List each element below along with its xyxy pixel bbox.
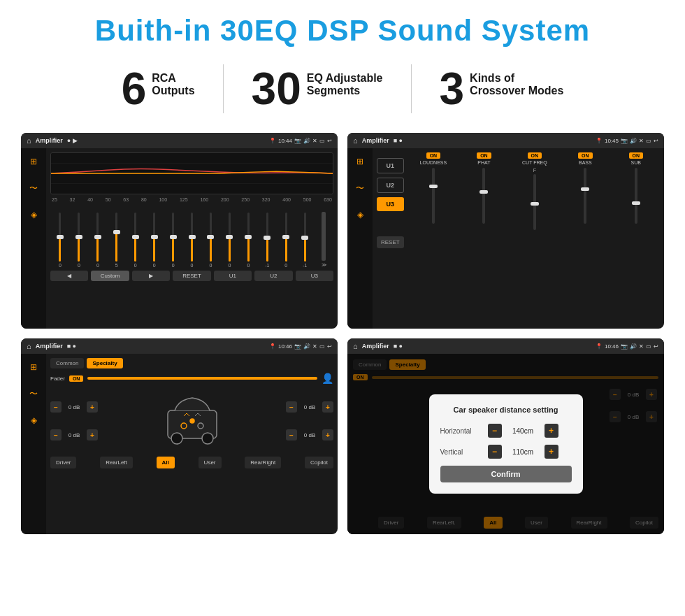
eq-location-icon: 📍 [269, 138, 276, 144]
speaker-sliders-icon[interactable]: ⊞ [26, 359, 41, 375]
vertical-plus-btn[interactable]: + [545, 445, 558, 459]
preset-u3[interactable]: U3 [377, 197, 404, 211]
preset-u2[interactable]: U2 [377, 178, 404, 193]
distance-wifi-icon: ✕ [639, 343, 644, 350]
speaker-back-icon[interactable]: ↩ [327, 343, 332, 350]
db-value-4: 0 dB [300, 432, 319, 438]
eq-slider-13[interactable]: 0 [277, 213, 294, 268]
eq-slider-10[interactable]: 0 [221, 213, 238, 268]
btn-rearright[interactable]: RearRight [245, 457, 281, 468]
sub-slider[interactable] [635, 168, 637, 224]
param-loudness: ON LOUDNESS [410, 152, 457, 324]
eq-slider-8[interactable]: 0 [184, 213, 201, 268]
fader-on-badge[interactable]: ON [69, 375, 84, 382]
loudness-on-badge[interactable]: ON [426, 152, 441, 159]
home-icon[interactable]: ⌂ [27, 136, 31, 145]
db-minus-2[interactable]: − [50, 429, 62, 440]
eq-prev-btn[interactable]: ◀ [50, 271, 88, 281]
fader-slider[interactable] [87, 377, 317, 380]
eq-slider-4[interactable]: 5 [108, 213, 125, 268]
db-plus-2[interactable]: + [87, 429, 98, 440]
speaker-diagram-area: − 0 dB + − 0 dB + [50, 389, 333, 452]
eq-wave-icon[interactable]: 〜 [26, 180, 41, 196]
eq-slider-9[interactable]: 0 [203, 213, 219, 268]
btn-copilot[interactable]: Copilot [305, 457, 333, 468]
stat-crossover: 3 Kinds of Crossover Modes [412, 66, 592, 111]
eq-play-btn[interactable]: ▶ [132, 271, 170, 281]
phat-on-badge[interactable]: ON [477, 152, 491, 159]
crossover-speaker-icon[interactable]: ◈ [352, 207, 368, 222]
eq-u1-btn[interactable]: U1 [214, 271, 252, 281]
sub-on-badge[interactable]: ON [629, 152, 644, 159]
btn-driver[interactable]: Driver [50, 457, 76, 468]
cutfreq-slider[interactable] [533, 174, 536, 230]
phat-slider[interactable] [482, 168, 485, 224]
bass-on-badge[interactable]: ON [578, 152, 593, 159]
eq-content: ⊞ 〜 ◈ [21, 148, 338, 329]
eq-slider-2[interactable]: 0 [71, 213, 87, 268]
btn-user[interactable]: User [199, 457, 222, 468]
eq-slider-11[interactable]: 0 [240, 213, 257, 268]
speaker-home-icon[interactable]: ⌂ [27, 342, 31, 350]
horizontal-minus-btn[interactable]: − [488, 424, 502, 438]
speaker-spk-icon[interactable]: ◈ [26, 413, 41, 428]
eq-slider-7[interactable]: 0 [165, 213, 182, 268]
db-minus-1[interactable]: − [50, 401, 62, 413]
eq-wifi-icon: ✕ [312, 138, 317, 144]
horizontal-plus-btn[interactable]: + [545, 424, 558, 438]
db-plus-4[interactable]: + [322, 429, 333, 440]
loudness-slider[interactable] [432, 168, 435, 224]
eq-back-icon[interactable]: ↩ [327, 138, 332, 144]
speaker-wave-icon[interactable]: 〜 [26, 386, 41, 401]
crossover-sliders-icon[interactable]: ⊞ [352, 154, 368, 169]
distance-dots: ■ ● [394, 343, 403, 350]
confirm-button[interactable]: Confirm [440, 466, 572, 482]
tab-common[interactable]: Common [50, 358, 84, 368]
eq-slider-6[interactable]: 0 [146, 213, 163, 268]
db-row-4: − 0 dB + [286, 429, 333, 440]
distance-camera-icon: 📷 [621, 343, 628, 350]
distance-back-icon[interactable]: ↩ [654, 343, 658, 350]
dialog-title: Car speaker distance setting [440, 406, 572, 414]
cutfreq-on-badge[interactable]: ON [528, 152, 542, 159]
eq-u2-btn[interactable]: U2 [254, 271, 292, 281]
db-plus-3[interactable]: + [322, 401, 333, 413]
eq-sliders-icon[interactable]: ⊞ [26, 154, 41, 169]
preset-u1[interactable]: U1 [377, 158, 404, 173]
crossover-status-icons: 📍 10:45 📷 🔊 ✕ ▭ ↩ [596, 138, 658, 144]
eq-speaker-icon[interactable]: ◈ [26, 207, 41, 222]
btn-all[interactable]: All [157, 457, 175, 468]
stat-rca: 6 RCA Outputs [94, 66, 223, 111]
phat-label: PHAT [477, 160, 490, 165]
param-cutfreq: ON CUT FREQ F [511, 152, 558, 324]
db-plus-1[interactable]: + [87, 401, 98, 413]
eq-slider-14[interactable]: -1 [296, 213, 313, 268]
eq-slider-5[interactable]: 0 [127, 213, 144, 268]
eq-slider-3[interactable]: 0 [89, 213, 106, 268]
eq-custom-btn[interactable]: Custom [91, 271, 129, 281]
crossover-reset-btn[interactable]: RESET [377, 236, 404, 248]
crossover-back-icon[interactable]: ↩ [654, 138, 658, 144]
crossover-dots: ■ ● [394, 137, 403, 144]
stat-number-crossover: 3 [440, 66, 465, 111]
btn-rearleft[interactable]: RearLeft [100, 457, 133, 468]
tab-specialty[interactable]: Specialty [87, 358, 122, 368]
distance-home-icon[interactable]: ⌂ [353, 342, 358, 350]
distance-volume-icon: 🔊 [630, 343, 637, 350]
db-minus-3[interactable]: − [286, 401, 297, 413]
crossover-wave-icon[interactable]: 〜 [352, 180, 368, 196]
speaker-app-name: Amplifier [36, 343, 63, 350]
eq-reset-btn[interactable]: RESET [173, 271, 210, 281]
crossover-home-icon[interactable]: ⌂ [353, 136, 358, 145]
eq-slider-1[interactable]: 0 [52, 213, 68, 268]
distance-content: Common Specialty ON Driver RearLeft. All… [347, 354, 664, 534]
db-minus-4[interactable]: − [286, 429, 297, 440]
eq-slider-12[interactable]: -1 [259, 213, 275, 268]
vertical-minus-btn[interactable]: − [488, 445, 502, 459]
distance-status-icons: 📍 10:46 📷 🔊 ✕ ▭ ↩ [596, 343, 658, 350]
eq-u3-btn[interactable]: U3 [296, 271, 333, 281]
eq-slider-15[interactable]: ≫ [315, 212, 332, 268]
bass-slider[interactable] [584, 168, 586, 224]
crossover-volume-icon: 🔊 [630, 138, 637, 144]
speaker-tabs: Common Specialty [50, 358, 333, 368]
